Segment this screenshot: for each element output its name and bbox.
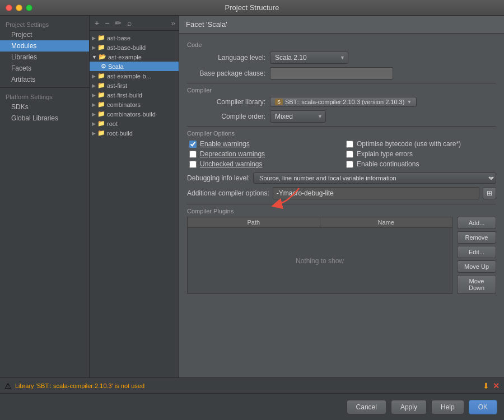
sbt-icon: S — [275, 99, 283, 105]
tree-item-label: root — [107, 120, 118, 127]
debugging-info-select[interactable]: Source, line number and local variable i… — [253, 172, 496, 184]
edit-tree-item-button[interactable]: ✏ — [113, 18, 123, 28]
remove-plugin-button[interactable]: Remove — [457, 231, 496, 244]
tree-item-ast-first[interactable]: ▶ 📁 ast-first — [90, 81, 179, 90]
remove-tree-item-button[interactable]: − — [103, 18, 111, 28]
tree-item-ast-first-build[interactable]: ▶ 📁 ast-first-build — [90, 90, 179, 100]
add-tree-item-button[interactable]: + — [93, 18, 101, 28]
move-up-plugin-button[interactable]: Move Up — [457, 260, 496, 273]
explain-type-errors-row: Explain type errors — [346, 150, 496, 158]
apply-button[interactable]: Apply — [391, 400, 427, 414]
sidebar-item-artifacts-label: Artifacts — [11, 76, 35, 83]
sidebar-item-global-libraries-label: Global Libraries — [11, 114, 58, 122]
platform-settings-label: Platform Settings — [0, 90, 89, 101]
compiler-options-grid: Enable warnings Optimise bytecode (use w… — [187, 140, 496, 168]
tree-item-ast-base-build[interactable]: ▶ 📁 ast-base-build — [90, 43, 179, 52]
fullscreen-button[interactable] — [26, 4, 32, 11]
ok-button[interactable]: OK — [469, 400, 497, 414]
unchecked-warnings-label[interactable]: Unchecked warnings — [200, 160, 262, 168]
project-settings-label: Project Settings — [0, 18, 89, 29]
scala-icon: ⚙ — [101, 63, 106, 70]
sidebar-divider — [0, 87, 89, 88]
compile-order-select[interactable]: Mixed — [270, 110, 326, 123]
language-level-select-wrapper[interactable]: Scala 2.10 — [270, 52, 348, 64]
tree-item-root[interactable]: ▶ 📁 root — [90, 119, 179, 128]
tree-item-ast-base[interactable]: ▶ 📁 ast-base — [90, 33, 179, 43]
optimise-bytecode-checkbox[interactable] — [346, 141, 353, 148]
compile-order-row: Compile order: Mixed — [187, 110, 496, 123]
window-title: Project Structure — [225, 3, 279, 12]
deprecation-warnings-checkbox[interactable] — [189, 151, 197, 158]
compile-order-label: Compile order: — [187, 113, 265, 120]
additional-compiler-browse-button[interactable]: ⊞ — [483, 187, 496, 199]
explain-type-errors-label[interactable]: Explain type errors — [357, 150, 413, 158]
tree-item-root-build[interactable]: ▶ 📁 root-build — [90, 128, 179, 138]
magnify-tree-button[interactable]: ⌕ — [125, 18, 133, 28]
language-level-select[interactable]: Scala 2.10 — [270, 52, 348, 64]
module-icon: 📁 — [97, 91, 105, 99]
tree-expand-icon: » — [171, 18, 175, 27]
module-icon: 📁 — [97, 120, 105, 127]
add-plugin-button[interactable]: Add... — [457, 217, 496, 229]
sep2 — [187, 126, 496, 127]
compile-order-select-wrapper[interactable]: Mixed — [270, 110, 326, 123]
explain-type-errors-checkbox[interactable] — [346, 151, 353, 158]
close-button[interactable] — [6, 4, 12, 11]
optimise-bytecode-label[interactable]: Optimise bytecode (use with care*) — [357, 140, 461, 148]
unchecked-warnings-row: Unchecked warnings — [189, 160, 339, 168]
tree-item-scala[interactable]: ⚙ Scala — [90, 62, 179, 71]
move-down-plugin-button[interactable]: Move Down — [457, 275, 496, 294]
window-controls[interactable] — [6, 4, 32, 11]
compiler-options-label: Compiler Options — [187, 130, 496, 137]
sidebar-item-libraries[interactable]: Libraries — [0, 52, 89, 63]
help-button[interactable]: Help — [431, 400, 464, 414]
debugging-info-select-wrapper[interactable]: Source, line number and local variable i… — [253, 172, 496, 184]
additional-compiler-input[interactable] — [273, 187, 479, 199]
sep3 — [187, 204, 496, 204]
unchecked-warnings-checkbox[interactable] — [189, 161, 197, 168]
download-icon[interactable]: ⬇ — [483, 381, 489, 390]
base-package-input[interactable] — [270, 67, 393, 80]
edit-plugin-button[interactable]: Edit... — [457, 246, 496, 258]
content-header: Facet 'Scala' — [179, 16, 504, 34]
compiler-library-button[interactable]: S SBT:: scala-compiler:2.10.3 (version 2… — [270, 97, 417, 107]
tree-item-ast-example-build[interactable]: ▶ 📁 ast-example-b... — [90, 71, 179, 81]
cancel-button[interactable]: Cancel — [347, 400, 386, 414]
sidebar-item-modules[interactable]: Modules — [0, 40, 89, 52]
tree-item-label: root-build — [107, 130, 133, 137]
warning-icon: ⚠ — [4, 381, 12, 390]
enable-continuations-checkbox[interactable] — [346, 161, 353, 168]
enable-continuations-row: Enable continuations — [346, 160, 496, 168]
sidebar-item-artifacts[interactable]: Artifacts — [0, 74, 89, 85]
plugins-table-header: Path Name — [188, 217, 452, 228]
language-level-row: Language level: Scala 2.10 — [187, 52, 496, 64]
tree-item-label: Scala — [108, 63, 124, 70]
tree-item-label: ast-first-build — [107, 92, 142, 99]
arrow-icon: ▶ — [92, 121, 96, 127]
sidebar-item-sdks[interactable]: SDKs — [0, 101, 89, 113]
module-icon: 📁 — [97, 72, 105, 80]
sidebar-item-global-libraries[interactable]: Global Libraries — [0, 113, 89, 124]
minimize-button[interactable] — [16, 4, 22, 11]
compiler-plugins-section: Compiler Plugins Path Name Nothing to sh… — [187, 208, 496, 294]
bottom-bar: Cancel Apply Help OK — [0, 393, 504, 420]
tree-item-ast-example[interactable]: ▼ 📂 ast-example — [90, 52, 179, 62]
notification-close-button[interactable]: ✕ — [493, 381, 500, 390]
plugins-col-name: Name — [320, 217, 452, 227]
module-icon: 📁 — [97, 129, 105, 137]
optimise-bytecode-row: Optimise bytecode (use with care*) — [346, 140, 496, 148]
arrow-icon: ▶ — [92, 102, 96, 108]
arrow-icon: ▶ — [92, 73, 96, 79]
enable-warnings-label[interactable]: Enable warnings — [200, 140, 250, 148]
deprecation-warnings-label[interactable]: Deprecation warnings — [200, 150, 265, 158]
plugins-col-path: Path — [188, 217, 320, 227]
tree-toolbar: + − ✏ ⌕ » — [90, 16, 179, 31]
enable-warnings-row: Enable warnings — [189, 140, 339, 148]
sidebar-item-facets[interactable]: Facets — [0, 63, 89, 74]
sidebar-item-project[interactable]: Project — [0, 29, 89, 40]
arrow-icon: ▶ — [92, 92, 96, 98]
tree-item-combinators[interactable]: ▶ 📁 combinators — [90, 100, 179, 109]
enable-warnings-checkbox[interactable] — [189, 141, 197, 148]
tree-item-combinators-build[interactable]: ▶ 📁 combinators-build — [90, 109, 179, 119]
enable-continuations-label[interactable]: Enable continuations — [357, 160, 419, 168]
